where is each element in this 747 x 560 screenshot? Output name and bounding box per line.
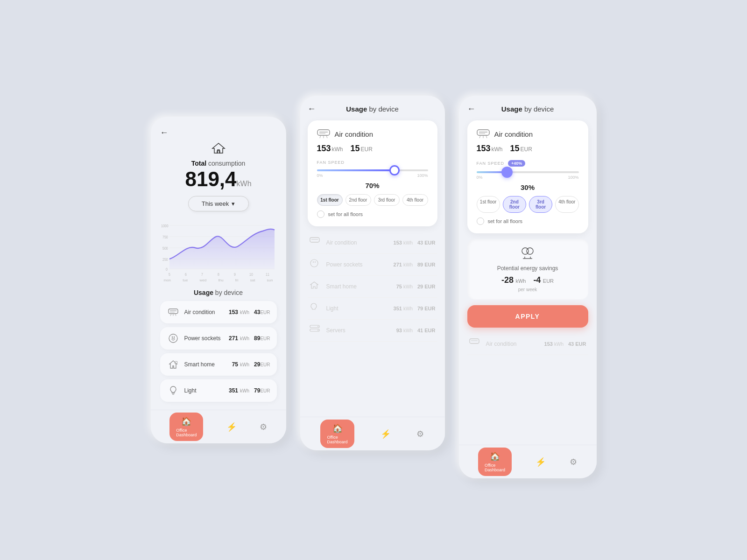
list-row-air-p2: Air condition 153kWh 43 EUR <box>308 232 437 254</box>
week-button-p1[interactable]: This week ▾ <box>188 196 249 211</box>
dashboard-icon-p2: 🏠 <box>332 423 343 434</box>
set-all-checkbox-p3[interactable] <box>477 217 484 225</box>
phone2-header: ← Usage by device <box>308 105 437 113</box>
bolt-icon-p1: ⚡ <box>226 422 237 432</box>
savings-stats-p3: -28 kWh -4 EUR <box>475 275 581 285</box>
svg-rect-48 <box>470 339 479 343</box>
nav-settings-p1[interactable]: ⚙ <box>260 422 267 432</box>
settings-icon-p3: ⚙ <box>570 457 577 467</box>
nav-dashboard-p3[interactable]: 🏠 OfficeDashboard <box>478 448 512 476</box>
smarthome-icon-p2-list <box>310 280 322 293</box>
svg-text:8: 8 <box>218 272 219 276</box>
hero-stats-p2: 153kWh 15EUR <box>317 144 428 154</box>
phone2: ← Usage by device Air condition 153kWh 1… <box>300 96 445 450</box>
bolt-icon-p3: ⚡ <box>536 457 546 467</box>
svg-point-38 <box>317 326 318 327</box>
svg-rect-40 <box>477 130 489 135</box>
savings-title-p3: Potential energy savings <box>475 265 581 272</box>
list-row-air-p3: Air condition 153kWh 43 EUR <box>467 333 588 355</box>
device-name-smarthome-p1: Smart home <box>184 361 232 368</box>
svg-text:250: 250 <box>162 257 168 262</box>
floor-tab-2-p3[interactable]: 2nd floor <box>503 196 526 213</box>
floor-tab-4-p2[interactable]: 4th floor <box>402 194 428 206</box>
svg-text:11: 11 <box>266 272 269 276</box>
floor-tab-1-p3[interactable]: 1st floor <box>477 196 500 213</box>
device-row-sockets-p1: Power sockets 271kWh 89EUR <box>160 327 277 350</box>
fan-speed-slider-p2[interactable]: 0% 100% <box>317 169 428 178</box>
dashboard-icon-p1: 🏠 <box>181 416 191 427</box>
svg-point-21 <box>169 334 177 343</box>
nav-bolt-p2[interactable]: ⚡ <box>381 429 391 439</box>
floor-tab-1-p2[interactable]: 1st floor <box>317 194 343 206</box>
list-row-light-p2: Light 351kWh 79 EUR <box>308 298 437 320</box>
slider-value-p3: 30% <box>477 183 579 191</box>
nav-dashboard-p1[interactable]: 🏠 OfficeDashboard <box>169 413 203 441</box>
list-row-smarthome-p2: Smart home 75kWh 29 EUR <box>308 276 437 298</box>
settings-icon-p2: ⚙ <box>416 429 424 439</box>
device-name-air-p1: Air condition <box>184 309 229 315</box>
dashboard-icon-p3: 🏠 <box>490 451 500 462</box>
floor-tab-3-p2[interactable]: 3rd floor <box>374 194 400 206</box>
section-title-p1: Usage by device <box>160 289 277 296</box>
phone3: ← Usage by device Air condition 153kWh 1… <box>459 96 597 478</box>
floor-tab-4-p3[interactable]: 4th floor <box>555 196 578 213</box>
sockets-icon-p2-list <box>310 259 322 271</box>
device-name-sockets-p1: Power sockets <box>184 335 229 342</box>
smart-home-icon-p1 <box>167 358 180 371</box>
svg-line-25 <box>177 361 177 362</box>
bottom-nav-p3: 🏠 OfficeDashboard ⚡ ⚙ <box>459 445 597 478</box>
air-condition-icon-p1 <box>167 306 180 319</box>
fan-speed-slider-p3[interactable]: 0% 100% <box>477 171 579 180</box>
hero-device-header-p3: Air condition <box>477 129 579 139</box>
set-all-floors-p3[interactable]: set for all floors <box>477 217 579 225</box>
bottom-nav-p2: 🏠 OfficeDashboard ⚡ ⚙ <box>300 417 445 450</box>
bolt-icon-p2: ⚡ <box>381 429 391 439</box>
device-name-light-p1: Light <box>184 387 229 394</box>
nav-bolt-p3[interactable]: ⚡ <box>536 457 546 467</box>
back-arrow-p3[interactable]: ← <box>467 104 476 114</box>
svg-point-39 <box>317 330 318 331</box>
svg-text:7: 7 <box>201 272 203 276</box>
nav-settings-p2[interactable]: ⚙ <box>416 429 424 439</box>
fan-speed-label-p3: FAN SPEED <box>477 161 505 166</box>
nav-settings-p3[interactable]: ⚙ <box>570 457 577 467</box>
device-list-p2: Air condition 153kWh 43 EUR Power socket… <box>308 232 437 342</box>
floor-tab-3-p3[interactable]: 3rd floor <box>529 196 552 213</box>
svg-point-33 <box>310 259 318 267</box>
svg-text:750: 750 <box>162 235 168 239</box>
air-condition-icon-p3 <box>477 129 490 139</box>
device-row-smarthome-p1: Smart home 75kWh 29EUR <box>160 353 277 376</box>
svg-rect-18 <box>169 309 178 314</box>
set-all-checkbox-p2[interactable] <box>317 210 324 218</box>
svg-text:9: 9 <box>234 272 236 276</box>
nav-dashboard-p2[interactable]: 🏠 OfficeDashboard <box>320 420 354 448</box>
air-icon-p2-list <box>310 237 322 249</box>
total-value-p1: 819,4kWh <box>160 169 277 189</box>
page-title-p3: Usage by device <box>501 105 554 113</box>
set-all-floors-p2[interactable]: set for all floors <box>317 210 428 218</box>
total-label-p1: Total consumption <box>160 160 277 167</box>
phone1: ← Total consumption 819,4kWh This week ▾ <box>151 117 286 443</box>
air-condition-icon-p2 <box>317 129 330 139</box>
light-icon-p1 <box>167 384 180 397</box>
hero-card-p2: Air condition 153kWh 15EUR FAN SPEED 0% … <box>308 120 437 226</box>
air-icon-p3-list <box>469 338 481 350</box>
list-row-servers-p2: Servers 93kWh 41 EUR <box>308 320 437 342</box>
device-row-air-p1: Air condition 153kWh 43EUR <box>160 301 277 323</box>
device-row-light-p1: Light 351kWh 79EUR <box>160 379 277 402</box>
svg-text:500: 500 <box>162 246 168 251</box>
back-arrow-p1[interactable]: ← <box>160 128 169 138</box>
nav-bolt-p1[interactable]: ⚡ <box>226 422 237 432</box>
fan-speed-badge-p3: +40% <box>508 160 525 167</box>
hero-device-name-p2: Air condition <box>335 130 374 138</box>
svg-point-44 <box>527 248 533 254</box>
back-arrow-p2[interactable]: ← <box>308 104 316 114</box>
list-row-sockets-p2: Power sockets 271kWh 89 EUR <box>308 254 437 276</box>
page-title-p2: Usage by device <box>346 105 399 113</box>
savings-icon-p3 <box>475 246 581 262</box>
apply-button-p3[interactable]: APPLY <box>467 305 588 328</box>
floor-tabs-p2: 1st floor 2nd floor 3rd floor 4th floor <box>317 194 428 206</box>
floor-tab-2-p2[interactable]: 2nd floor <box>345 194 371 206</box>
energy-chart-p1: 1000 750 500 250 0 5 6 7 8 9 10 11 <box>160 220 277 276</box>
savings-period-p3: per week <box>475 287 581 292</box>
